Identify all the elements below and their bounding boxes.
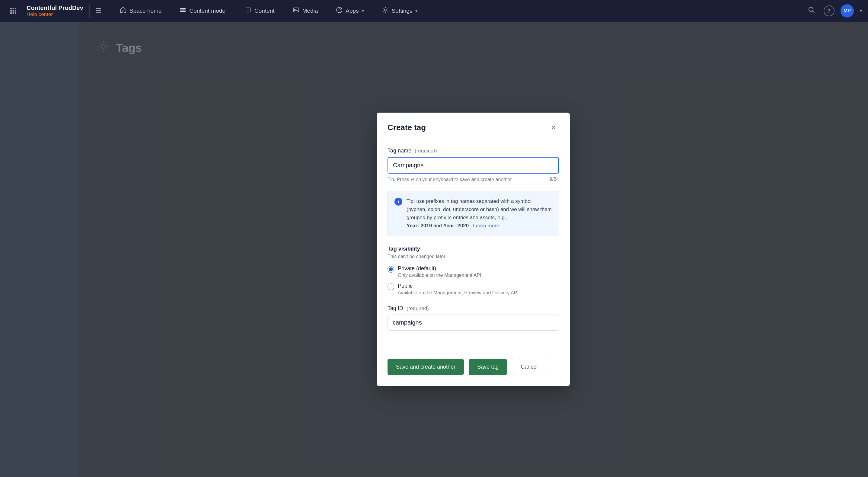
nav-content-label: Content [254, 7, 275, 14]
tag-name-input[interactable] [388, 157, 559, 174]
svg-rect-8 [15, 12, 16, 14]
radio-public-label: Public [398, 283, 519, 289]
help-icon[interactable]: ? [824, 5, 835, 16]
save-tag-button[interactable]: Save tag [469, 359, 507, 375]
tag-name-group: Tag name (required) Tip: Press ↵ on your… [388, 148, 559, 182]
apps-chevron-icon: ▾ [362, 8, 364, 13]
nav-media-label: Media [302, 7, 318, 14]
radio-private-label: Private (default) [398, 265, 482, 272]
settings-icon [382, 7, 389, 15]
nav-content-model-label: Content model [189, 7, 227, 14]
home-icon [120, 7, 126, 15]
svg-rect-6 [10, 12, 12, 14]
nav-settings-label: Settings [392, 7, 412, 14]
info-text-3: . [470, 223, 473, 229]
tag-id-label: Tag ID (required) [388, 305, 559, 311]
svg-point-15 [384, 9, 386, 11]
create-tag-modal: Create tag ✕ Tag name (required) Tip: Pr… [377, 113, 570, 386]
nav-content[interactable]: Content [236, 0, 284, 22]
svg-rect-10 [180, 10, 186, 10]
svg-rect-1 [13, 8, 14, 9]
info-box: i Tip: use prefixes in tag names separat… [388, 191, 559, 236]
tag-name-hint: Tip: Press ↵ on your keyboard to save an… [388, 177, 559, 182]
svg-point-13 [294, 9, 296, 10]
nav-media[interactable]: Media [284, 0, 327, 22]
brand-section: Contentful ProdDev Help center [21, 4, 90, 18]
info-text-1: Tip: use prefixes in tag names separated… [406, 198, 552, 220]
tag-name-label: Tag name (required) [388, 148, 559, 154]
brand-name: Contentful ProdDev [27, 4, 83, 11]
info-text-2: and [433, 223, 443, 229]
tag-id-required: (required) [406, 305, 429, 311]
nav-content-model[interactable]: Content model [170, 0, 236, 22]
info-text-content: Tip: use prefixes in tag names separated… [406, 197, 552, 230]
modal-overlay: Create tag ✕ Tag name (required) Tip: Pr… [79, 22, 868, 477]
nav-space-home[interactable]: Space home [111, 0, 171, 22]
cancel-button[interactable]: Cancel [512, 359, 546, 375]
nav-space-home-label: Space home [129, 7, 162, 14]
hamburger-icon[interactable]: ☰ [96, 7, 102, 15]
tag-id-group: Tag ID (required) [388, 305, 559, 331]
nav-items: Space home Content model Content Media A… [111, 0, 806, 22]
content-icon [245, 7, 251, 15]
nav-settings[interactable]: Settings ▾ [373, 0, 427, 22]
info-bold-1: Year: 2019 [406, 223, 432, 229]
nav-apps-label: Apps [346, 7, 359, 14]
tag-visibility-group: Tag visibility This can't be changed lat… [388, 246, 559, 296]
radio-public-input[interactable] [388, 284, 394, 290]
svg-rect-2 [15, 8, 16, 9]
sidebar [0, 22, 79, 477]
info-bold-2: Year: 2020 [443, 223, 469, 229]
modal-footer: Save and create another Save tag Cancel [377, 350, 570, 386]
radio-public-desc: Available on the Management, Preview and… [398, 290, 519, 296]
modal-title: Create tag [388, 123, 426, 132]
page-content: Tags Create tag ✕ Tag name (required) [79, 22, 868, 477]
visibility-sublabel: This can't be changed later. [388, 254, 559, 259]
radio-private-desc: Only available on the Management API [398, 273, 482, 278]
radio-private[interactable]: Private (default) Only available on the … [388, 265, 559, 278]
apps-grid-icon[interactable] [6, 7, 21, 14]
search-icon[interactable] [806, 4, 817, 18]
save-and-create-another-button[interactable]: Save and create another [388, 359, 464, 375]
main-area: Tags Create tag ✕ Tag name (required) [0, 22, 868, 477]
svg-rect-7 [13, 12, 14, 14]
svg-rect-3 [10, 10, 12, 12]
modal-header: Create tag ✕ [377, 113, 570, 140]
modal-close-button[interactable]: ✕ [548, 122, 559, 133]
svg-rect-5 [15, 10, 16, 12]
svg-rect-0 [10, 8, 12, 9]
svg-rect-4 [13, 10, 14, 12]
char-count: 9/64 [550, 177, 559, 182]
user-avatar[interactable]: MP [840, 4, 854, 18]
nav-apps[interactable]: Apps ▾ [327, 0, 373, 22]
svg-point-14 [337, 7, 342, 13]
nav-right: ? MP ▾ [806, 4, 862, 18]
brand-subtitle: Help center [27, 11, 83, 18]
tag-name-required: (required) [415, 148, 437, 154]
radio-group: Private (default) Only available on the … [388, 265, 559, 296]
svg-rect-11 [180, 11, 186, 12]
media-icon [293, 7, 300, 15]
info-learn-more-link[interactable]: Learn more [473, 223, 499, 229]
account-chevron-icon[interactable]: ▾ [860, 8, 862, 13]
top-nav: Contentful ProdDev Help center ☰ Space h… [0, 0, 868, 22]
radio-private-input[interactable] [388, 266, 394, 273]
info-circle-icon: i [395, 198, 402, 206]
tip-text: Tip: Press ↵ on your keyboard to save an… [388, 177, 512, 182]
tag-id-input[interactable] [388, 315, 559, 331]
settings-chevron-icon: ▾ [415, 8, 417, 13]
radio-public[interactable]: Public Available on the Management, Prev… [388, 283, 559, 296]
svg-rect-9 [180, 8, 186, 9]
content-model-icon [180, 7, 186, 15]
visibility-label: Tag visibility [388, 246, 559, 252]
apps-icon [336, 7, 343, 15]
modal-body: Tag name (required) Tip: Press ↵ on your… [377, 140, 570, 350]
